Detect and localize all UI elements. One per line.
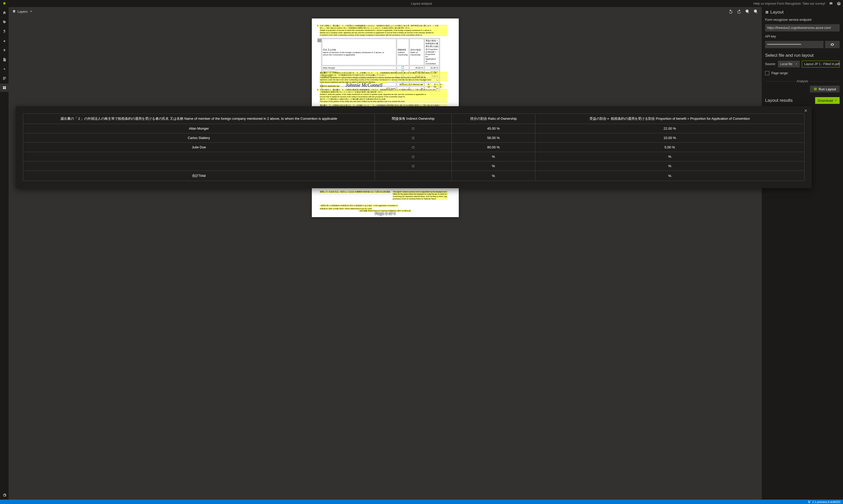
right-panel: Layout Form recognizer service endpoint … bbox=[762, 7, 843, 500]
zoom-out-icon[interactable] bbox=[745, 9, 750, 14]
close-icon bbox=[804, 109, 808, 112]
page-indicator: Page 2 of 4 bbox=[375, 211, 396, 216]
layers-button[interactable]: Layers bbox=[12, 10, 33, 14]
signature-text: Johnnie McConnell bbox=[346, 83, 382, 88]
download-button[interactable]: Download bbox=[815, 97, 840, 104]
table-row: □%% bbox=[23, 161, 805, 171]
close-button[interactable] bbox=[804, 109, 808, 113]
canvas-toolbar: Layers bbox=[8, 7, 762, 16]
select-file-heading: Select file and run layout bbox=[765, 53, 840, 58]
page-range-checkbox[interactable] bbox=[765, 71, 769, 75]
col-indirect-header: 間接保有 Indirect Ownership bbox=[374, 114, 452, 124]
col-benefit-header: 受益の割合＝ 租税条約の適用を受ける割合 Proportion of benef… bbox=[535, 114, 804, 124]
nav-settings[interactable] bbox=[0, 491, 8, 500]
chevron-down-icon bbox=[795, 63, 798, 65]
panel-title: Layout bbox=[765, 10, 840, 15]
side-nav bbox=[0, 7, 8, 500]
document-viewport[interactable]: 5 日本で課税上、届出書の「３」の外国法人が納税義務者とされるが、租税条約の規定… bbox=[8, 16, 762, 500]
nav-compose[interactable] bbox=[0, 55, 8, 64]
eye-icon bbox=[830, 42, 835, 47]
zoom-in-icon[interactable] bbox=[753, 9, 758, 14]
feedback-icon[interactable] bbox=[829, 2, 833, 6]
undo-icon[interactable] bbox=[728, 9, 733, 14]
branch-icon bbox=[808, 500, 811, 503]
page-title: Layout analyze bbox=[411, 2, 432, 5]
nav-layout[interactable] bbox=[0, 84, 8, 92]
main-layout: Layers 5 日本で課税上、届出書の「３」の外国法人が納税義務者とされるが、… bbox=[0, 7, 843, 500]
col-ratio-header: 持分の割合 Ratio of Ownership bbox=[452, 114, 535, 124]
source-select[interactable]: Local file bbox=[778, 61, 800, 68]
table-row: 合計Total%% bbox=[23, 171, 805, 181]
source-label: Source: bbox=[765, 62, 776, 66]
table-row: Carlos Slattery□56.00 %10.00 % bbox=[23, 133, 805, 143]
col-name-header: 届出書の「２」の外国法人の株主等で租税条約の適用を受ける者の氏名 又は名称 Na… bbox=[23, 114, 375, 124]
app-logo-icon bbox=[2, 1, 7, 6]
nav-train[interactable] bbox=[0, 37, 8, 45]
nav-predict[interactable] bbox=[0, 46, 8, 54]
endpoint-input[interactable] bbox=[765, 24, 840, 32]
reveal-key-button[interactable] bbox=[825, 41, 840, 48]
analysis-divider: Analysis bbox=[765, 79, 840, 83]
table-row: Julie Doe□80.00 %5.00 % bbox=[23, 143, 805, 152]
help-icon[interactable] bbox=[837, 2, 841, 6]
survey-link[interactable]: Help us improve Form Recognizer. Take ou… bbox=[753, 2, 825, 5]
results-heading: Layout results bbox=[765, 98, 793, 103]
nav-connect[interactable] bbox=[0, 65, 8, 73]
layers-label: Layers bbox=[17, 10, 28, 14]
table-row: □%% bbox=[23, 152, 805, 161]
endpoint-label: Form recognizer service endpoint bbox=[765, 18, 840, 22]
chevron-down-icon bbox=[835, 99, 837, 102]
nav-model[interactable] bbox=[0, 27, 8, 36]
table-preview-panel: 届出書の「２」の外国法人の株主等で租税条約の適用を受ける者の氏名 又は名称 Na… bbox=[16, 106, 812, 188]
file-selector[interactable]: Layout JP 1 - Filled In.pdf bbox=[802, 61, 840, 68]
top-bar: Layout analyze Help us improve Form Reco… bbox=[0, 0, 843, 7]
chevron-down-icon bbox=[29, 10, 33, 13]
nav-home[interactable] bbox=[0, 8, 8, 17]
play-icon bbox=[813, 87, 817, 91]
extracted-table: 届出書の「２」の外国法人の株主等で租税条約の適用を受ける者の氏名 又は名称 Na… bbox=[23, 113, 805, 181]
canvas-area: Layers 5 日本で課税上、届出書の「３」の外国法人が納税義務者とされるが、… bbox=[8, 7, 762, 500]
table-row: Allan Munger□45.00 %22.00 % bbox=[23, 124, 805, 133]
apikey-input[interactable] bbox=[765, 41, 823, 48]
run-layout-button[interactable]: Run Layout bbox=[810, 86, 840, 92]
nav-prebuilt[interactable] bbox=[0, 74, 8, 83]
redo-icon[interactable] bbox=[737, 9, 741, 14]
apikey-label: API key bbox=[765, 35, 840, 38]
nav-tag[interactable] bbox=[0, 18, 8, 26]
version-text: 2.1-preview.3-dcfb033 bbox=[812, 500, 840, 503]
layout-icon bbox=[765, 11, 769, 14]
page-range-label: Page range: bbox=[771, 71, 788, 75]
status-bar: 2.1-preview.3-dcfb033 bbox=[0, 500, 843, 504]
